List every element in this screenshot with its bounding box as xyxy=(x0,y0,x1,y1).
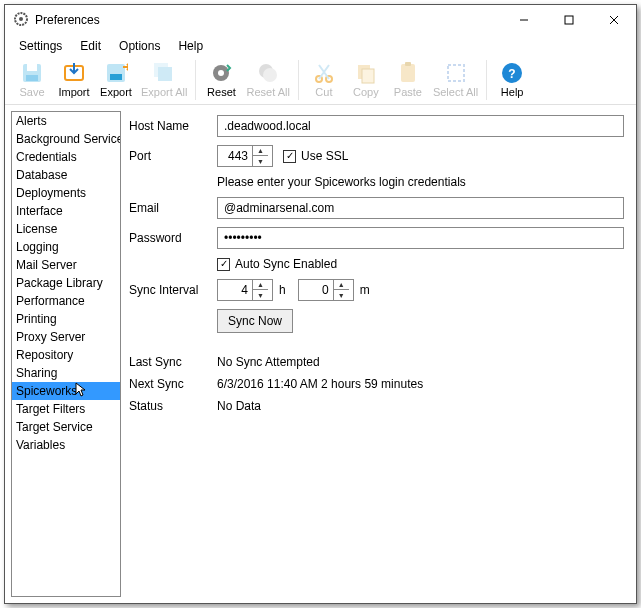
spinner-down[interactable]: ▼ xyxy=(253,156,268,166)
sidebar-item-logging[interactable]: Logging xyxy=(12,238,120,256)
sync-interval-label: Sync Interval xyxy=(129,283,209,297)
reset-all-button[interactable]: Reset All xyxy=(242,59,293,100)
export-button[interactable]: Export xyxy=(95,59,137,100)
menu-help[interactable]: Help xyxy=(170,37,211,55)
next-sync-value: 6/3/2016 11:40 AM 2 hours 59 minutes xyxy=(217,377,624,391)
preferences-sidebar[interactable]: AlertsBackground ServiceCredentialsDatab… xyxy=(11,111,121,597)
svg-rect-7 xyxy=(27,64,37,71)
export-icon xyxy=(104,61,128,85)
separator xyxy=(195,60,196,100)
email-input[interactable] xyxy=(217,197,624,219)
app-icon xyxy=(13,11,29,30)
sidebar-item-target-service[interactable]: Target Service xyxy=(12,418,120,436)
toolbar: Save Import Export Export All Reset Rese… xyxy=(5,57,636,105)
last-sync-value: No Sync Attempted xyxy=(217,355,624,369)
host-name-input[interactable] xyxy=(217,115,624,137)
sync-hours-input[interactable]: ▲▼ xyxy=(217,279,273,301)
import-button[interactable]: Import xyxy=(53,59,95,100)
sidebar-item-performance[interactable]: Performance xyxy=(12,292,120,310)
reset-icon xyxy=(209,61,233,85)
checkbox-icon: ✓ xyxy=(283,150,296,163)
svg-rect-21 xyxy=(362,69,374,83)
separator xyxy=(486,60,487,100)
sidebar-item-spiceworks[interactable]: Spiceworks xyxy=(12,382,120,400)
spinner-up[interactable]: ▲ xyxy=(334,280,349,290)
export-all-button[interactable]: Export All xyxy=(137,59,191,100)
auto-sync-checkbox[interactable]: ✓ Auto Sync Enabled xyxy=(217,257,624,271)
close-button[interactable] xyxy=(591,6,636,34)
sidebar-item-sharing[interactable]: Sharing xyxy=(12,364,120,382)
svg-point-17 xyxy=(263,68,277,82)
svg-rect-11 xyxy=(110,74,122,80)
port-input[interactable]: ▲▼ xyxy=(217,145,273,167)
select-all-button[interactable]: Select All xyxy=(429,59,482,100)
spinner-down[interactable]: ▼ xyxy=(334,290,349,300)
host-name-label: Host Name xyxy=(129,119,209,133)
status-label: Status xyxy=(129,399,209,413)
spinner-down[interactable]: ▼ xyxy=(253,290,268,300)
menu-edit[interactable]: Edit xyxy=(72,37,109,55)
menubar: Settings Edit Options Help xyxy=(5,35,636,57)
svg-point-15 xyxy=(218,70,224,76)
email-label: Email xyxy=(129,201,209,215)
titlebar: Preferences xyxy=(5,5,636,35)
next-sync-label: Next Sync xyxy=(129,377,209,391)
sidebar-item-deployments[interactable]: Deployments xyxy=(12,184,120,202)
sidebar-item-license[interactable]: License xyxy=(12,220,120,238)
cut-button[interactable]: Cut xyxy=(303,59,345,100)
sidebar-item-printing[interactable]: Printing xyxy=(12,310,120,328)
sidebar-item-background-service[interactable]: Background Service xyxy=(12,130,120,148)
status-value: No Data xyxy=(217,399,624,413)
cut-icon xyxy=(312,61,336,85)
sidebar-item-alerts[interactable]: Alerts xyxy=(12,112,120,130)
sidebar-item-proxy-server[interactable]: Proxy Server xyxy=(12,328,120,346)
maximize-button[interactable] xyxy=(546,6,591,34)
sidebar-item-database[interactable]: Database xyxy=(12,166,120,184)
svg-rect-23 xyxy=(405,62,411,66)
help-icon: ? xyxy=(500,61,524,85)
sync-minutes-input[interactable]: ▲▼ xyxy=(298,279,354,301)
password-label: Password xyxy=(129,231,209,245)
svg-text:?: ? xyxy=(508,67,515,81)
svg-rect-22 xyxy=(401,64,415,82)
separator xyxy=(298,60,299,100)
sidebar-item-package-library[interactable]: Package Library xyxy=(12,274,120,292)
paste-button[interactable]: Paste xyxy=(387,59,429,100)
sidebar-item-target-filters[interactable]: Target Filters xyxy=(12,400,120,418)
sync-now-button[interactable]: Sync Now xyxy=(217,309,293,333)
help-button[interactable]: ? Help xyxy=(491,59,533,100)
svg-rect-13 xyxy=(158,67,172,81)
credentials-hint: Please enter your Spiceworks login crede… xyxy=(217,175,624,189)
spinner-up[interactable]: ▲ xyxy=(253,280,268,290)
svg-point-1 xyxy=(19,17,23,21)
sidebar-item-variables[interactable]: Variables xyxy=(12,436,120,454)
svg-rect-3 xyxy=(565,16,573,24)
window-title: Preferences xyxy=(35,13,100,27)
export-all-icon xyxy=(152,61,176,85)
svg-rect-8 xyxy=(26,75,38,81)
copy-button[interactable]: Copy xyxy=(345,59,387,100)
minimize-button[interactable] xyxy=(501,6,546,34)
checkbox-icon: ✓ xyxy=(217,258,230,271)
reset-all-icon xyxy=(256,61,280,85)
preferences-window: Preferences Settings Edit Options Help S… xyxy=(4,4,637,604)
menu-settings[interactable]: Settings xyxy=(11,37,70,55)
use-ssl-checkbox[interactable]: ✓ Use SSL xyxy=(283,149,348,163)
import-icon xyxy=(62,61,86,85)
svg-rect-24 xyxy=(448,65,464,81)
last-sync-label: Last Sync xyxy=(129,355,209,369)
select-all-icon xyxy=(444,61,468,85)
menu-options[interactable]: Options xyxy=(111,37,168,55)
port-label: Port xyxy=(129,149,209,163)
sidebar-item-repository[interactable]: Repository xyxy=(12,346,120,364)
copy-icon xyxy=(354,61,378,85)
password-input[interactable] xyxy=(217,227,624,249)
sidebar-item-interface[interactable]: Interface xyxy=(12,202,120,220)
reset-button[interactable]: Reset xyxy=(200,59,242,100)
sidebar-item-credentials[interactable]: Credentials xyxy=(12,148,120,166)
sidebar-item-mail-server[interactable]: Mail Server xyxy=(12,256,120,274)
save-icon xyxy=(20,61,44,85)
save-button[interactable]: Save xyxy=(11,59,53,100)
content-panel: Host Name Port ▲▼ ✓ Use SSL xyxy=(127,111,630,597)
spinner-up[interactable]: ▲ xyxy=(253,146,268,156)
